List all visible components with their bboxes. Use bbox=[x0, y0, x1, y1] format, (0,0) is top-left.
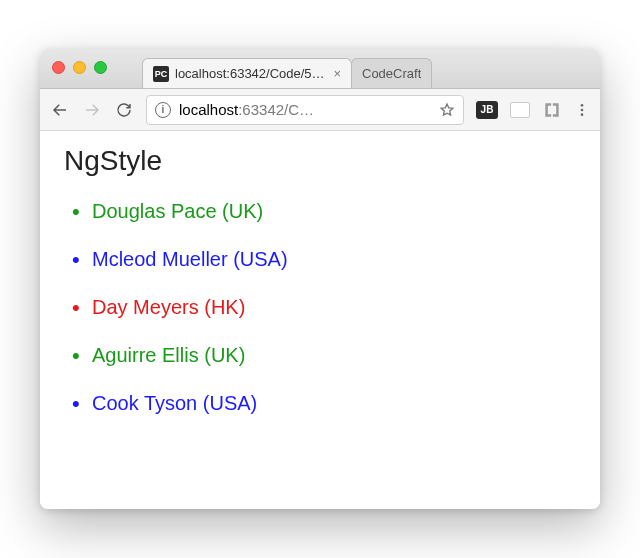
close-window-button[interactable] bbox=[52, 61, 65, 74]
tab-active[interactable]: PC localhost:63342/Code/5.bu × bbox=[142, 58, 352, 88]
titlebar: PC localhost:63342/Code/5.bu × CodeCraft bbox=[40, 49, 600, 89]
page-content: NgStyle Douglas Pace (UK)Mcleod Mueller … bbox=[40, 131, 600, 509]
url-text: localhost:63342/C… bbox=[179, 101, 431, 118]
tab-strip: PC localhost:63342/Code/5.bu × CodeCraft bbox=[142, 49, 592, 88]
svg-point-1 bbox=[581, 108, 584, 111]
tab-close-icon[interactable]: × bbox=[333, 67, 341, 80]
address-bar[interactable]: i localhost:63342/C… bbox=[146, 95, 464, 125]
svg-point-0 bbox=[581, 104, 584, 107]
svg-point-2 bbox=[581, 113, 584, 116]
menu-button[interactable] bbox=[574, 102, 590, 118]
favicon-icon: PC bbox=[153, 66, 169, 82]
kebab-icon bbox=[574, 102, 590, 118]
page-heading: NgStyle bbox=[64, 145, 576, 177]
tab-inactive[interactable]: CodeCraft bbox=[351, 58, 432, 88]
list-item: Day Meyers (HK) bbox=[92, 283, 576, 331]
reload-button[interactable] bbox=[114, 100, 134, 120]
toolbar: i localhost:63342/C… JB bbox=[40, 89, 600, 131]
arrow-left-icon bbox=[51, 101, 69, 119]
browser-window: PC localhost:63342/Code/5.bu × CodeCraft… bbox=[40, 49, 600, 509]
maximize-window-button[interactable] bbox=[94, 61, 107, 74]
tab-title: localhost:63342/Code/5.bu bbox=[175, 66, 327, 81]
list-item: Cook Tyson (USA) bbox=[92, 379, 576, 427]
list-item: Mcleod Mueller (USA) bbox=[92, 235, 576, 283]
back-button[interactable] bbox=[50, 100, 70, 120]
site-info-icon[interactable]: i bbox=[155, 102, 171, 118]
people-list: Douglas Pace (UK)Mcleod Mueller (USA)Day… bbox=[64, 187, 576, 427]
extension-icon[interactable] bbox=[510, 102, 530, 118]
minimize-window-button[interactable] bbox=[73, 61, 86, 74]
url-rest: :63342/C… bbox=[238, 101, 314, 118]
reload-icon bbox=[115, 101, 133, 119]
list-item: Douglas Pace (UK) bbox=[92, 187, 576, 235]
url-host: localhost bbox=[179, 101, 238, 118]
arrow-right-icon bbox=[83, 101, 101, 119]
list-item: Aguirre Ellis (UK) bbox=[92, 331, 576, 379]
bookmark-star-icon[interactable] bbox=[439, 102, 455, 118]
window-controls bbox=[52, 61, 107, 74]
tab-title: CodeCraft bbox=[362, 66, 421, 81]
extension-icon[interactable] bbox=[542, 100, 562, 120]
jetbrains-extension-icon[interactable]: JB bbox=[476, 101, 498, 119]
forward-button[interactable] bbox=[82, 100, 102, 120]
